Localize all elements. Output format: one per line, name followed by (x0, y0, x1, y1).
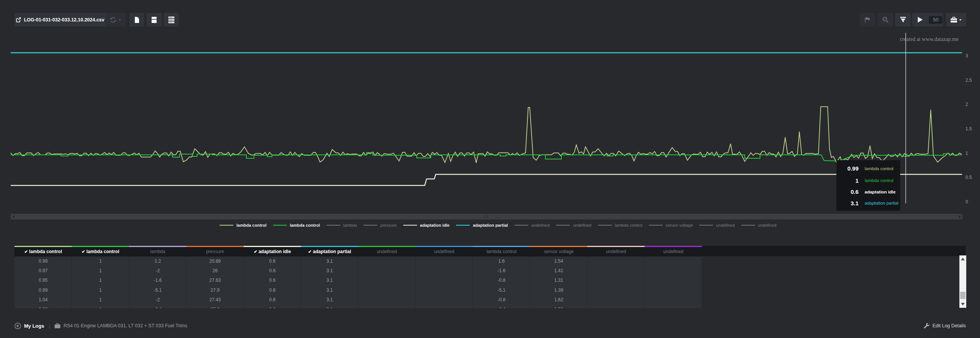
svg-text:2: 2 (965, 102, 968, 107)
svg-text:2.5: 2.5 (965, 78, 972, 83)
svg-text:1.5: 1.5 (965, 126, 972, 132)
svg-text:created at www.datazap.me: created at www.datazap.me (900, 36, 959, 42)
svg-text:3: 3 (965, 53, 968, 58)
svg-text:0.5: 0.5 (965, 175, 972, 180)
svg-text:0: 0 (965, 199, 968, 205)
svg-text:1: 1 (965, 151, 968, 156)
